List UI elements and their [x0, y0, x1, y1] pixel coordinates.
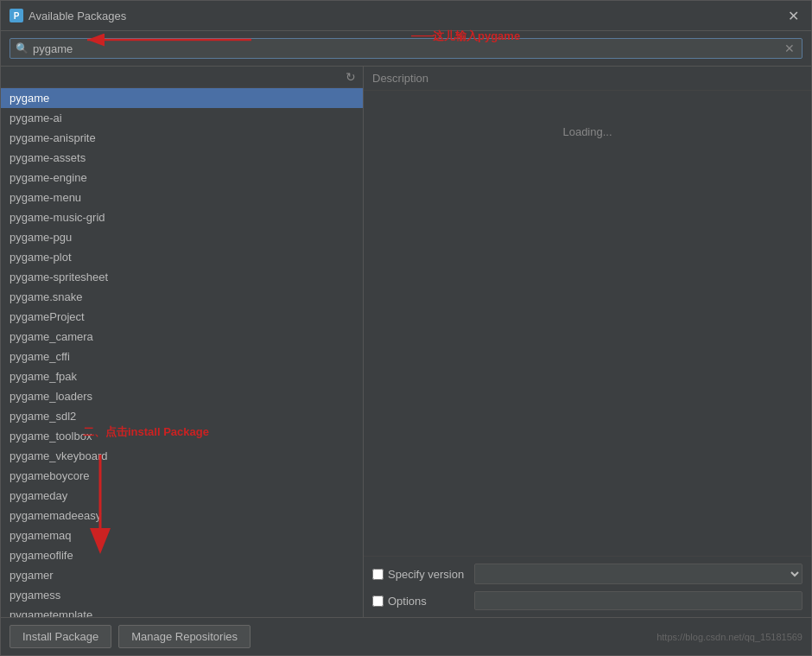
package-list: pygamepygame-aipygame-anispritepygame-as… — [1, 88, 363, 617]
bottom-options: Specify version Options — [364, 556, 811, 617]
footer-bar: Install Package Manage Repositories http… — [1, 617, 811, 655]
package-item[interactable]: pygame — [1, 88, 363, 108]
package-item[interactable]: pygame-pgu — [1, 227, 363, 247]
dialog-title: Available Packages — [29, 10, 126, 22]
package-item[interactable]: pygamess — [1, 585, 363, 605]
install-package-button[interactable]: Install Package — [10, 625, 111, 648]
search-input[interactable] — [33, 42, 783, 55]
footer-url: https://blog.csdn.net/qq_15181569 — [657, 632, 802, 642]
close-button[interactable]: ✕ — [783, 6, 802, 25]
options-input[interactable] — [474, 591, 802, 610]
specify-version-checkbox[interactable] — [372, 569, 384, 580]
package-item[interactable]: pygame-ai — [1, 108, 363, 128]
app-icon: P — [10, 9, 23, 22]
manage-repositories-button[interactable]: Manage Repositories — [118, 625, 251, 648]
package-item[interactable]: pygame_loaders — [1, 386, 363, 406]
available-packages-dialog: P Available Packages ✕ 🔍 ✕ ↻ pygamepygam… — [0, 0, 812, 656]
package-item[interactable]: pygameoflife — [1, 545, 363, 565]
options-label[interactable]: Options — [372, 595, 467, 608]
package-item[interactable]: pygame_sdl2 — [1, 406, 363, 426]
search-row: 🔍 ✕ — [1, 31, 811, 67]
package-item[interactable]: pygameProject — [1, 307, 363, 327]
specify-version-row: Specify version — [372, 564, 802, 584]
list-header: ↻ — [1, 67, 363, 88]
package-item[interactable]: pygameboycore — [1, 466, 363, 486]
search-input-wrap: 🔍 ✕ — [10, 38, 802, 59]
package-item[interactable]: pygametemplate — [1, 605, 363, 617]
package-item[interactable]: pygame.snake — [1, 287, 363, 307]
search-clear-button[interactable]: ✕ — [783, 41, 796, 55]
package-item[interactable]: pygame_camera — [1, 327, 363, 347]
package-item[interactable]: pygamer — [1, 565, 363, 585]
loading-text: Loading... — [562, 125, 612, 138]
right-panel: Description Loading... Specify version — [364, 67, 811, 617]
title-bar: P Available Packages ✕ — [1, 1, 811, 31]
specify-version-label[interactable]: Specify version — [372, 568, 467, 581]
options-checkbox[interactable] — [372, 595, 384, 607]
description-content: Loading... — [364, 91, 811, 556]
package-item[interactable]: pygame-music-grid — [1, 207, 363, 227]
package-item[interactable]: pygame_cffi — [1, 347, 363, 366]
package-item[interactable]: pygame-engine — [1, 168, 363, 188]
package-item[interactable]: pygame_fpak — [1, 366, 363, 386]
package-item[interactable]: pygamemadeeasy — [1, 506, 363, 525]
package-item[interactable]: pygame-spritesheet — [1, 267, 363, 287]
package-item[interactable]: pygame_vkeyboard — [1, 446, 363, 466]
left-panel: ↻ pygamepygame-aipygame-anispritepygame-… — [1, 67, 364, 617]
options-row: Options — [372, 591, 802, 610]
package-item[interactable]: pygame-assets — [1, 148, 363, 168]
footer-left: Install Package Manage Repositories — [10, 625, 251, 648]
package-item[interactable]: pygame-plot — [1, 247, 363, 267]
title-bar-left: P Available Packages — [10, 9, 126, 22]
search-icon: 🔍 — [16, 42, 29, 54]
description-header: Description — [364, 67, 811, 91]
package-item[interactable]: pygamemaq — [1, 525, 363, 545]
package-item[interactable]: pygame_toolbox — [1, 426, 363, 446]
options-text: Options — [388, 595, 427, 608]
package-item[interactable]: pygameday — [1, 486, 363, 506]
refresh-button[interactable]: ↻ — [342, 68, 359, 86]
specify-version-text: Specify version — [388, 568, 464, 581]
main-content: ↻ pygamepygame-aipygame-anispritepygame-… — [1, 67, 811, 617]
package-item[interactable]: pygame-menu — [1, 188, 363, 207]
package-item[interactable]: pygame-anisprite — [1, 128, 363, 148]
version-select[interactable] — [474, 564, 802, 584]
